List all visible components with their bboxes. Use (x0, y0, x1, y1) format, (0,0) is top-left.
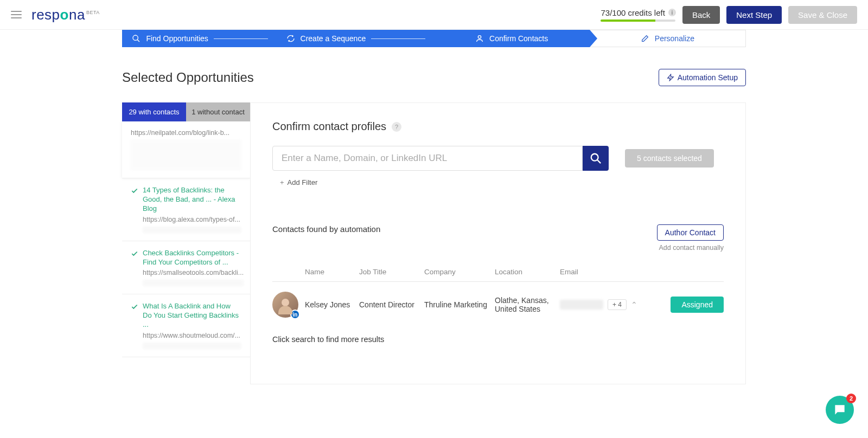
wizard-step-confirm[interactable]: Confirm Contacts (434, 30, 590, 47)
check-icon (131, 187, 138, 195)
tab-without-contact[interactable]: 1 without contact (186, 102, 250, 121)
contact-row[interactable]: in Kelsey Jones Content Director Thrulin… (272, 282, 724, 327)
section-title: Confirm contact profiles (272, 120, 386, 133)
wizard-step-sequence[interactable]: Create a Sequence (278, 30, 433, 47)
next-step-button[interactable]: Next Step (726, 6, 782, 24)
credits-bar (601, 20, 675, 22)
opportunities-sidebar: 29 with contacts 1 without contact https… (122, 102, 250, 384)
confirm-contacts-panel: Confirm contact profiles ? 5 contacts se… (250, 102, 746, 384)
assigned-button[interactable]: Assigned (671, 297, 724, 313)
contacts-selected-pill: 5 contacts selected (625, 149, 714, 168)
linkedin-badge-icon[interactable]: in (290, 310, 300, 319)
contacts-table-header: Name Job Title Company Location Email (272, 262, 724, 282)
info-icon[interactable]: i (668, 9, 676, 16)
wizard-step-personalize[interactable]: Personalize (590, 30, 746, 47)
avatar[interactable]: in (272, 292, 298, 318)
check-icon (131, 303, 138, 311)
contact-location: Olathe, Kansas, United States (495, 296, 560, 313)
opportunity-item[interactable]: What Is A Backlink and How Do You Start … (122, 294, 250, 357)
hamburger-menu[interactable] (11, 11, 22, 18)
back-button[interactable]: Back (682, 6, 720, 24)
save-close-button[interactable]: Save & Close (788, 6, 857, 24)
add-filter-link[interactable]: Add Filter (280, 178, 724, 186)
credits-display: 73/100 credits left i (601, 8, 675, 22)
contact-name: Kelsey Jones (305, 300, 359, 309)
wizard-steps: Find Opportunities Create a Sequence Con… (122, 30, 746, 47)
more-emails-chip[interactable]: + 4 (608, 299, 627, 310)
contact-job: Content Director (359, 300, 424, 309)
user-icon (475, 34, 484, 43)
svg-point-2 (478, 36, 481, 38)
wizard-step-find[interactable]: Find Opportunities (122, 30, 278, 47)
help-icon[interactable]: ? (392, 122, 401, 132)
check-icon (131, 250, 138, 257)
search-hint: Click search to find more results (272, 335, 724, 344)
contacts-found-title: Contacts found by automation (272, 224, 380, 234)
svg-line-5 (597, 160, 601, 163)
tab-with-contacts[interactable]: 29 with contacts (122, 102, 186, 121)
opportunity-item[interactable]: https://neilpatel.com/blog/link-b... (122, 121, 250, 178)
automation-setup-button[interactable]: Automation Setup (659, 69, 746, 86)
contact-email-blurred (560, 300, 603, 310)
svg-marker-3 (667, 74, 673, 81)
page-title: Selected Opportunities (122, 70, 254, 85)
refresh-icon (286, 34, 295, 43)
contact-company: Thruline Marketing (424, 300, 495, 309)
edit-icon (641, 34, 649, 43)
bolt-icon (667, 74, 674, 81)
opportunity-item[interactable]: 14 Types of Backlinks: the Good, the Bad… (122, 178, 250, 241)
svg-point-4 (591, 154, 598, 161)
search-icon (590, 152, 602, 164)
opportunity-item[interactable]: Check Backlinks Competitors - Find Your … (122, 241, 250, 295)
chevron-up-icon[interactable]: ⌃ (631, 300, 637, 309)
svg-line-1 (137, 40, 139, 42)
author-contact-button[interactable]: Author Contact (657, 224, 724, 241)
contact-search-input[interactable] (272, 146, 583, 171)
svg-point-0 (133, 35, 138, 40)
search-icon (132, 34, 141, 43)
search-button[interactable] (583, 146, 609, 171)
logo[interactable]: responaBETA (31, 7, 100, 23)
add-contact-manually-link[interactable]: Add contact manually (659, 244, 724, 252)
